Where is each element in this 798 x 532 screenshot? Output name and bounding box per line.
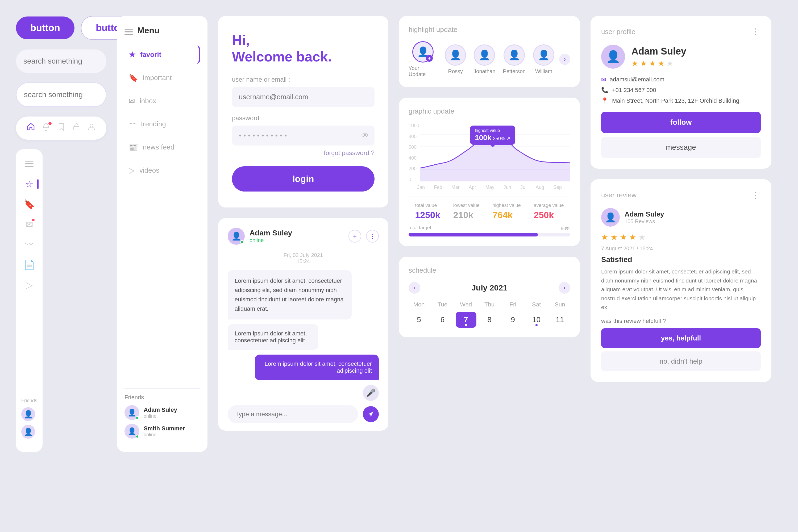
cal-dot-10 [535,324,537,326]
review-star-4: ★ [629,232,636,242]
day-label-sun: Sun [550,301,570,308]
chat-mic-icon[interactable]: 🎤 [363,385,379,401]
filled-button[interactable]: button [16,17,75,39]
review-title: Satisfied [601,255,761,264]
x-label-jan: Jan [417,185,425,190]
profile-email-row: ✉ adamsul@email.com [601,76,761,83]
x-label-feb: Feb [434,185,442,190]
email-icon: ✉ [601,76,606,83]
avatar-name-2: Jonathan [474,68,495,75]
cal-day-9[interactable]: 9 [502,312,523,328]
profile-name: Adam Suley [631,46,686,57]
jonathan-av[interactable]: 👤 [474,44,495,66]
sidebar-item-favorit[interactable]: ★ favorit [125,45,200,64]
nav-lock-icon[interactable] [72,122,81,134]
review-star-1: ★ [601,232,608,242]
login-button[interactable]: login [232,166,375,191]
follow-button[interactable]: follow [601,112,761,133]
nav-notification-icon[interactable] [41,122,51,134]
cal-day-8[interactable]: 8 [479,312,500,328]
day-label-mon: Mon [408,301,429,308]
chat-status: online [249,237,292,243]
sidebar-item-important[interactable]: 🔖 important [125,69,200,87]
password-label: password : [232,114,375,122]
newsfeed-icon: 📰 [129,143,138,152]
star-4: ★ [658,59,664,68]
profile-details: ✉ adamsul@email.com 📞 +01 234 567 000 📍 … [601,76,761,104]
favorit-label: favorit [140,51,161,59]
nav-bookmark-icon[interactable] [57,122,66,134]
chat-avatar: 👤 [228,228,245,245]
chat-user-info: 👤 Adam Suley online [228,228,292,245]
day-label-thu: Thu [479,301,500,308]
username-input[interactable] [232,87,375,107]
sidebar-play-icon[interactable]: ▷ [26,280,33,290]
chat-input[interactable] [228,405,358,423]
inbox-label: inbox [140,97,156,105]
cal-prev-button[interactable]: ‹ [408,282,420,294]
sidebar-item-newsfeed[interactable]: 📰 news feed [125,138,200,156]
chat-card: 👤 Adam Suley online + ⋮ Fri, 02 July 202… [218,218,388,431]
profile-avatar: 👤 [601,45,625,69]
password-toggle-icon[interactable]: 👁 [361,131,369,140]
cal-days-header: Mon Tue Wed Thu Fri Sat Sun [408,301,570,308]
newsfeed-label: news feed [143,143,174,151]
svg-rect-4 [45,130,47,131]
chat-input-row [228,405,379,423]
sidebar-bookmark-icon[interactable]: 🔖 [24,199,35,210]
svg-point-6 [90,124,93,127]
message-button[interactable]: message [601,137,761,158]
helpful-yes-button[interactable]: yes, helpfull [601,328,761,348]
cal-day-11[interactable]: 11 [550,312,570,328]
nav-home-icon[interactable] [26,122,35,134]
svg-rect-11 [125,32,133,33]
chat-date: Fri, 02 July 2021 15:24 [228,252,379,264]
sidebar-trending-icon[interactable]: 〰 [25,240,34,250]
search-input-2[interactable] [24,91,119,99]
sidebar-item-videos[interactable]: ▷ videos [125,161,200,179]
progress-row: total target 80% [408,225,570,236]
chat-more-icon[interactable]: ⋮ [366,230,379,243]
friend-avatar-2: 👤 [21,425,35,439]
william-av[interactable]: 👤 [533,44,554,66]
sidebar-mail-icon[interactable]: ✉ [25,219,33,230]
search-input-1[interactable] [23,57,119,65]
helpful-no-button[interactable]: no, didn't help [601,352,761,371]
your-update-av[interactable]: 👤 + [412,41,434,62]
sidebar-item-inbox[interactable]: ✉ inbox [125,92,200,110]
chat-msg-3: Lorem ipsum dolor sit amet, consectetuer… [255,355,379,380]
petterson-av[interactable]: 👤 [504,44,525,66]
cal-day-10[interactable]: 10 [526,312,547,328]
sidebar-page-icon[interactable]: 📄 [24,259,35,270]
sidebar-item-trending[interactable]: 〰 trending [125,115,200,133]
avatars-row: 👤 + Your Update 👤 Rossy 👤 Jonathan [408,41,554,77]
chart-y-labels: 1000 800 600 400 200 0 [408,123,419,183]
password-input[interactable] [232,126,375,146]
stats-row: total value 1250k lowest value 210k high… [408,196,570,220]
stat-total: total value 1250k [415,203,440,220]
svg-rect-7 [25,161,34,162]
avatar-william: 👤 William [533,44,554,75]
cal-day-6[interactable]: 6 [432,312,453,328]
chat-add-icon[interactable]: + [348,230,361,243]
friends-label-full: Friends [125,394,200,401]
nav-user-icon[interactable] [87,122,96,134]
cal-day-7[interactable]: 7 [456,312,476,328]
sidebar-star-icon[interactable]: ☆ [25,179,33,189]
friend-row-smith: 👤 Smith Summer online [125,424,200,439]
review-more-button[interactable]: ⋮ [752,190,761,200]
cal-next-button[interactable]: › [558,282,570,294]
highlight-next-button[interactable]: › [559,54,570,65]
y-label-5: 0 [408,177,419,183]
cal-day-5[interactable]: 5 [408,312,429,328]
sidebar-menu-icon[interactable] [25,159,34,169]
highlight-card: highlight update 👤 + Your Update 👤 Rossy [399,16,580,87]
rossy-av[interactable]: 👤 [445,44,466,66]
avatar-jonathan: 👤 Jonathan [474,44,495,75]
chat-username: Adam Suley [249,229,292,237]
day-label-fri: Fri [502,301,523,308]
chat-send-button[interactable] [363,406,379,422]
profile-more-button[interactable]: ⋮ [752,26,761,37]
review-star-3: ★ [620,232,627,242]
forgot-password-link[interactable]: forgot password ? [232,149,375,157]
